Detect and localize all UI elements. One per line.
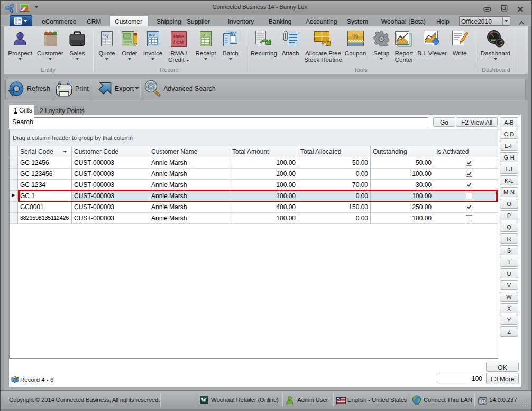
svg-text:SQ: SQ [103, 33, 109, 38]
svg-text:%: % [352, 32, 359, 40]
svg-text:R: R [202, 33, 205, 38]
svg-text:/ CM: / CM [173, 40, 184, 45]
svg-text:INV: INV [149, 33, 155, 38]
svg-text:W: W [201, 397, 206, 403]
svg-text:RMA: RMA [173, 34, 185, 39]
svg-text:INV: INV [230, 32, 236, 35]
